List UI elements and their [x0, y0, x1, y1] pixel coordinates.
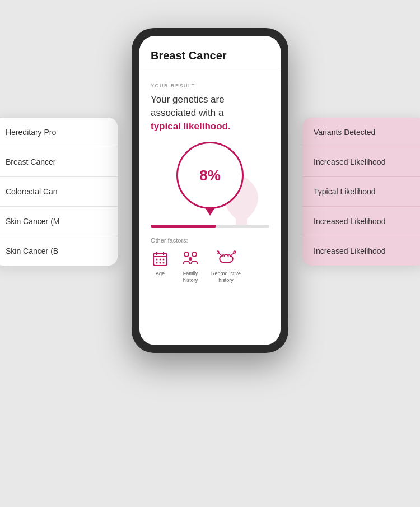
phone-content: YOUR RESULT Your genetics are associated… [139, 76, 281, 345]
factors-row: Age [151, 249, 241, 283]
factor-family: Family history [181, 249, 200, 283]
factor-reproductive-label: Reproductive history [211, 271, 241, 283]
svg-point-8 [163, 259, 165, 261]
phone-header: Breast Cancer [139, 36, 281, 69]
list-item[interactable]: Breast Cancer [0, 147, 118, 177]
result-highlight: typical likelihood. [151, 121, 231, 132]
result-label: YOUR RESULT [151, 83, 195, 89]
scene: Hereditary Pro Breast Cancer Colorectal … [0, 0, 420, 507]
calendar-svg [152, 251, 168, 267]
family-svg [182, 251, 199, 267]
factor-family-label: Family history [183, 271, 198, 283]
list-item[interactable]: Colorectal Can [0, 177, 118, 207]
factor-reproductive: Reproductive history [211, 249, 241, 283]
result-text: Your genetics are associated with a typi… [151, 93, 269, 133]
svg-point-7 [160, 259, 161, 261]
list-item[interactable]: Variants Detected [302, 118, 420, 147]
list-item[interactable]: Skin Cancer (B [0, 236, 118, 266]
svg-point-10 [160, 262, 161, 264]
factor-age: Age [151, 249, 170, 277]
right-panel: Variants Detected Increased Likelihood T… [302, 118, 420, 266]
list-item[interactable]: Increased Likelihood [302, 207, 420, 236]
svg-rect-0 [236, 215, 241, 226]
gauge-circle: 8% [176, 142, 244, 209]
svg-point-11 [163, 262, 165, 264]
progress-bar [151, 225, 269, 228]
progress-bar-fill [151, 225, 216, 228]
svg-point-12 [184, 252, 189, 257]
family-icon [181, 249, 200, 268]
list-item[interactable]: Skin Cancer (M [0, 207, 118, 236]
list-item[interactable]: Increased Likelihood [302, 147, 420, 177]
svg-point-16 [234, 251, 236, 253]
divider [139, 69, 281, 69]
reproductive-svg [217, 250, 236, 267]
other-factors-label: Other factors: [151, 237, 188, 244]
gauge-value: 8% [199, 167, 221, 184]
list-item[interactable]: Increased Likelihood [302, 236, 420, 266]
svg-point-13 [192, 252, 197, 257]
left-panel: Hereditary Pro Breast Cancer Colorectal … [0, 118, 118, 266]
svg-point-15 [217, 251, 219, 253]
svg-point-14 [189, 257, 192, 261]
list-item[interactable]: Typical Likelihood [302, 177, 420, 207]
factor-age-label: Age [156, 271, 165, 277]
list-item[interactable]: Hereditary Pro [0, 118, 118, 147]
reproductive-icon [217, 249, 236, 268]
phone-device: Breast Cancer YOUR RESULT Your genetics … [132, 28, 288, 353]
phone-screen: Breast Cancer YOUR RESULT Your genetics … [139, 36, 281, 345]
svg-point-9 [156, 262, 158, 264]
svg-point-6 [156, 259, 158, 261]
phone-title: Breast Cancer [151, 49, 269, 62]
calendar-icon [151, 249, 170, 268]
gauge-container: 8% [151, 142, 269, 216]
svg-rect-1 [241, 215, 247, 226]
